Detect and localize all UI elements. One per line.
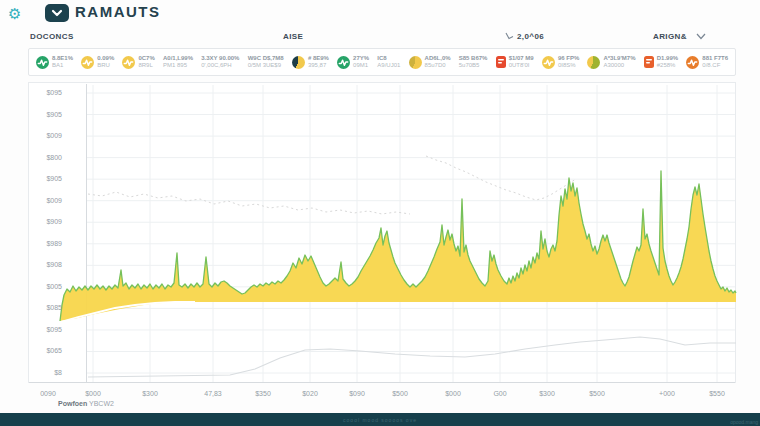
y-axis-tick: $095 [36,89,62,96]
brand-title: RAMAUTS [75,3,161,20]
stat-item[interactable]: A0/1,L99%PM1 895 [163,55,193,69]
logo-badge[interactable] [45,4,69,22]
x-axis-tick: $350 [248,390,278,397]
stat-item[interactable]: 96 FP%0I8S% [542,55,579,69]
stat-line2: BRU [97,62,114,69]
stat-item[interactable]: A*3L9'M7%A30000 [587,55,635,69]
stat-item[interactable]: # 8E9%395,87 [292,55,329,69]
bottom-bar-right-text: opood.mang [730,419,758,425]
stat-line1: IC8 [377,55,400,62]
stat-text: A*3L9'M7%A30000 [603,55,635,69]
stat-line2: BA1 [52,62,73,69]
stat-line1: A*3L9'M7% [603,55,635,62]
pie-icon [292,56,305,69]
bottom-bar: coool mood soooos ove opood.mang [0,413,760,426]
stat-text: AD6L,0%85u7D0 [425,55,451,69]
stat-item[interactable]: 881 F7T60/8.CF [686,55,728,69]
stat-line2: A30000 [603,62,635,69]
stat-line2: 0',00C,6PH [201,62,239,69]
nav-item-metric[interactable]: 2,0^06 [505,32,544,41]
pulse-icon [81,56,94,69]
x-axis-tick: $020 [295,390,325,397]
stat-line1: # 8E9% [308,55,329,62]
stat-text: # 8E9%395,87 [308,55,329,69]
stat-text: W9C D$,7M80/5M 3UE$9 [248,55,284,69]
nav-item-menu[interactable]: DOCONCS [30,32,74,41]
stat-text: 3.3XY 90.00%0',00C,6PH [201,55,239,69]
stat-text: 27Y%09M1 [353,55,369,69]
x-axis-tick: $090 [342,390,372,397]
y-axis-tick: $908 [36,261,62,268]
x-axis-tick: +000 [652,390,682,397]
stat-text: $1/07 M90UT8'0I [509,55,534,69]
stat-line1: S85 B67% [459,55,488,62]
stat-line1: D1.99% [657,55,678,62]
y-axis-tick: $909 [36,218,62,225]
y-axis-tick: $8 [36,369,62,376]
nav-menu-label: DOCONCS [30,32,74,41]
y-axis-tick: $905 [36,111,62,118]
chevron-down-icon [696,33,706,40]
stat-item[interactable]: S85 B67%5u70B5 [459,55,488,69]
nav-metric-value: 2,0^06 [517,32,544,41]
stat-item[interactable]: $1/07 M90UT8'0I [496,55,534,69]
stat-text: 0C7%8R9L [138,55,154,69]
x-axis-tick: $000 [438,390,468,397]
stat-item[interactable]: 8.8E1%BA1 [36,55,73,69]
nav-dropdown-label: ARIGN& [653,32,687,41]
gear-icon[interactable]: ⚙ [8,4,21,24]
stat-text: 96 FP%0I8S% [558,55,579,69]
x-axis-tick: 0090 [33,390,63,397]
stat-item[interactable]: IC8A9/UJ01 [377,55,400,69]
stat-text: 0.09%BRU [97,55,114,69]
pulse-icon [542,56,555,69]
x-axis-tick: $550 [702,390,732,397]
x-axis-tick: $300 [532,390,562,397]
stat-text: D1.99%#258% [657,55,678,69]
stat-item[interactable]: AD6L,0%85u7D0 [409,55,451,69]
nav-section-label: AISE [283,32,303,41]
header: ⚙ RAMAUTS [0,0,760,28]
trend-icon [505,32,514,41]
pulse-icon [122,56,135,69]
stat-line1: A0/1,L99% [163,55,193,62]
bottom-bar-center-text: coool mood soooos ove [0,417,760,423]
nav-item-section[interactable]: AISE [283,32,303,41]
x-axis-tick: $500 [582,390,612,397]
y-axis-tick: $009 [36,132,62,139]
x-axis-tick: $000 [78,390,108,397]
y-axis-tick: $800 [36,154,62,161]
stat-item[interactable]: 0.09%BRU [81,55,114,69]
y-axis-tick: $905 [36,175,62,182]
app-window: ⚙ RAMAUTS DOCONCS AISE 2,0^06 ARIGN& [0,0,760,426]
stat-line2: 8R9L [138,62,154,69]
stat-line2: A9/UJ01 [377,62,400,69]
stat-item[interactable]: 3.3XY 90.00%0',00C,6PH [201,55,239,69]
chart-panel [28,82,736,383]
stat-line2: 0/5M 3UE$9 [248,62,284,69]
stat-text: IC8A9/UJ01 [377,55,400,69]
y-axis-tick: $989 [36,240,62,247]
stat-line2: 5u70B5 [459,62,488,69]
stat-line1: $1/07 M9 [509,55,534,62]
nav-bar: DOCONCS AISE 2,0^06 ARIGN& [0,28,760,46]
stat-line2: 85u7D0 [425,62,451,69]
pie-icon [409,56,422,69]
stat-item[interactable]: W9C D$,7M80/5M 3UE$9 [248,55,284,69]
stat-line1: 96 FP% [558,55,579,62]
stat-text: S85 B67%5u70B5 [459,55,488,69]
footer-note: Powfoen YBCW2 [58,400,114,407]
stat-line2: #258% [657,62,678,69]
nav-item-dropdown[interactable]: ARIGN& [653,32,706,41]
y-axis-tick: $085 [36,304,62,311]
footer-label: Powfoen [58,400,87,407]
stat-item[interactable]: 0C7%8R9L [122,55,154,69]
stat-line1: W9C D$,7M8 [248,55,284,62]
stat-item[interactable]: 27Y%09M1 [337,55,369,69]
y-axis-tick: $005 [36,283,62,290]
stat-line1: 3.3XY 90.00% [201,55,239,62]
pulse-icon [36,56,49,69]
stat-line1: 8.8E1% [52,55,73,62]
x-axis-tick: $300 [135,390,165,397]
stat-item[interactable]: D1.99%#258% [644,55,678,69]
